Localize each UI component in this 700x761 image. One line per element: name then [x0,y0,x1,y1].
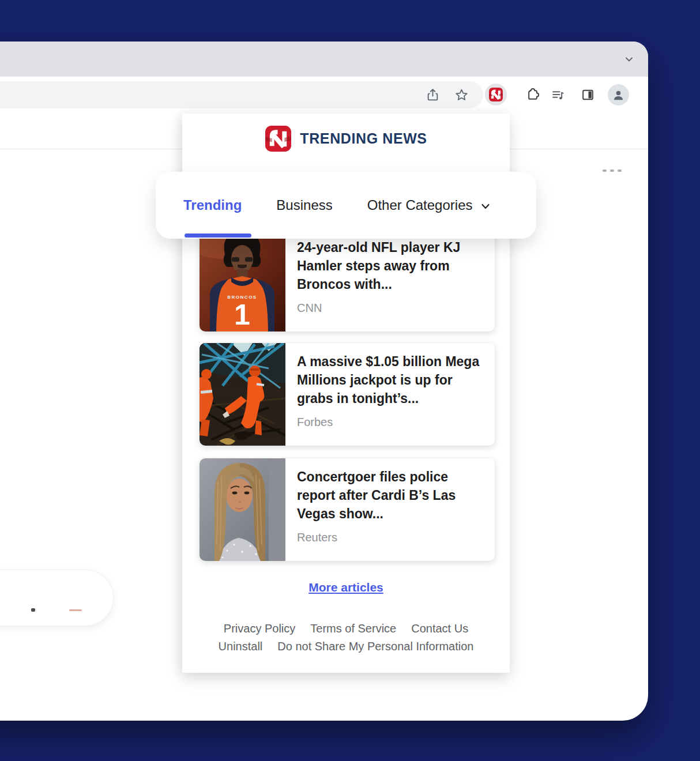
article-image-cardi-b [200,458,285,561]
article-card[interactable]: A massive $1.05 billion Mega Millions ja… [200,343,495,446]
footer-link-dnsmpi[interactable]: Do not Share My Personal Information [277,640,473,653]
profile-avatar-icon[interactable] [608,84,629,106]
svg-text:1: 1 [234,299,250,331]
more-articles-link[interactable]: More articles [308,581,383,594]
brand-header: TRENDING NEWS [182,125,510,152]
tab-other-categories-label: Other Categories [367,197,473,213]
red-n-logo [265,125,292,152]
chevron-down-icon [480,201,491,212]
brand-title: TRENDING NEWS [300,130,427,147]
footer-link-privacy-policy[interactable]: Privacy Policy [224,622,295,635]
media-controls-icon[interactable] [551,88,565,102]
article-source: Forbes [297,416,487,429]
browser-tab-strip [0,42,648,77]
article-body: Concertgoer files police report after Ca… [297,468,487,544]
popup-footer: Privacy PolicyTerms of ServiceContact Us… [182,620,510,655]
pill-highlight-fragment [69,609,82,611]
article-body: 24-year-old NFL player KJ Hamler steps a… [297,238,487,315]
browser-window: TRENDING NEWS [0,42,648,721]
page-overflow-dots[interactable] [603,169,622,172]
address-bar[interactable] [0,81,483,108]
article-title: 24-year-old NFL player KJ Hamler steps a… [297,238,487,293]
side-panel-icon[interactable] [581,88,595,102]
extensions-puzzle-icon[interactable] [525,88,539,102]
article-image-crane-wreckage [200,343,285,446]
browser-toolbar [0,77,648,113]
trending-news-extension-icon[interactable] [485,84,507,106]
article-title: A massive $1.05 billion Mega Millions ja… [297,352,487,408]
article-source: Reuters [297,531,487,544]
footer-link-uninstall[interactable]: Uninstall [219,640,263,653]
footer-link-terms[interactable]: Terms of Service [310,622,396,635]
footer-link-contact[interactable]: Contact Us [411,622,468,635]
share-icon[interactable] [426,88,440,102]
red-n-logo [488,87,503,102]
page-search-pill[interactable] [0,570,114,626]
article-image-nfl-player: BRONCOS 1 [200,229,285,331]
article-source: CNN [297,302,487,315]
bookmark-star-icon[interactable] [454,88,469,102]
pill-text-fragment [31,608,35,612]
tab-other-categories[interactable]: Other Categories [367,197,491,213]
category-tab-bar: Trending Business Other Categories [156,172,536,239]
article-body: A massive $1.05 billion Mega Millions ja… [297,352,487,429]
article-card[interactable]: BRONCOS 1 24-year-old NFL player KJ Haml… [200,229,495,331]
article-card[interactable]: Concertgoer files police report after Ca… [200,458,495,561]
chevron-down-icon[interactable] [624,54,634,65]
tab-trending[interactable]: Trending [183,197,242,213]
tab-business[interactable]: Business [276,197,332,213]
article-title: Concertgoer files police report after Ca… [297,468,487,523]
active-tab-underline [185,233,251,238]
